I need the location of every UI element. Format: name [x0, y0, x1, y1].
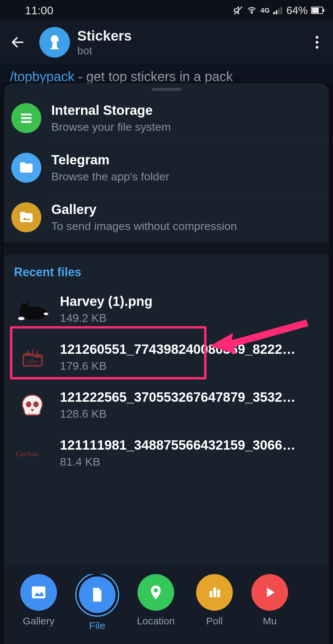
attach-file[interactable]: File: [77, 574, 117, 631]
file-size: 149.2 KB: [60, 312, 319, 324]
svg-rect-12: [21, 113, 32, 115]
svg-marker-35: [99, 588, 101, 590]
source-internal-storage[interactable]: Internal Storage Browse your file system: [4, 94, 329, 143]
poll-icon: [196, 574, 233, 611]
file-thumbnail: [14, 392, 51, 418]
battery-icon: [311, 7, 323, 14]
battery-percent: 64%: [286, 4, 308, 17]
attach-label: Location: [137, 615, 174, 627]
svg-rect-4: [278, 9, 280, 14]
svg-point-11: [316, 46, 319, 49]
svg-point-20: [18, 317, 25, 320]
attach-gallery[interactable]: Gallery: [19, 574, 59, 627]
file-name: 121260551_774398240080369_8222…: [60, 342, 319, 357]
source-gallery[interactable]: Gallery To send images without compressi…: [4, 193, 329, 242]
active-ring: [77, 574, 118, 615]
attach-label: File: [89, 620, 105, 631]
file-thumbnail: Get boo: [14, 440, 51, 466]
svg-point-7: [51, 35, 58, 43]
svg-point-27: [26, 401, 31, 407]
svg-marker-18: [21, 302, 25, 306]
status-bar: 11:00 4G 64%: [0, 0, 333, 21]
storage-icon: [11, 103, 41, 133]
svg-point-28: [33, 401, 39, 407]
svg-point-17: [20, 305, 29, 314]
attach-poll[interactable]: Poll: [194, 574, 234, 627]
file-size: 81.4 KB: [60, 455, 319, 468]
mute-icon: [233, 5, 243, 15]
chat-title[interactable]: Stickers: [77, 28, 307, 44]
svg-point-9: [316, 36, 319, 39]
chat-avatar[interactable]: [39, 27, 70, 58]
chat-subtitle: bot: [77, 45, 307, 57]
attach-type-nav: Gallery File Location: [4, 567, 329, 644]
source-title: Internal Storage: [51, 103, 322, 118]
network-type: 4G: [260, 7, 270, 14]
svg-point-21: [44, 313, 48, 315]
attach-label: Gallery: [23, 615, 54, 627]
file-name: Harvey (1).png: [60, 294, 319, 309]
svg-rect-33: [32, 586, 46, 598]
back-button[interactable]: [6, 21, 29, 64]
bot-command-link[interactable]: /topbypack: [10, 69, 74, 83]
file-thumbnail: [14, 296, 51, 322]
svg-rect-39: [217, 590, 220, 597]
drag-handle[interactable]: [152, 88, 181, 91]
file-size: 128.6 KB: [60, 407, 319, 420]
source-telegram[interactable]: Telegram Browse the app's folder: [4, 143, 329, 192]
gallery-icon: [20, 574, 57, 611]
svg-point-36: [154, 588, 158, 593]
file-thumbnail: cake: [14, 344, 51, 370]
svg-marker-40: [267, 587, 275, 597]
file-row[interactable]: 121222565_370553267647879_3532… 128.6 KB: [4, 381, 329, 429]
recent-files-header: Recent files: [4, 255, 329, 285]
svg-rect-38: [213, 587, 216, 597]
location-icon: [138, 574, 174, 611]
signal-icon: [273, 6, 283, 14]
more-options-button[interactable]: [307, 35, 327, 50]
svg-rect-13: [21, 117, 32, 119]
file-name: 121222565_370553267647879_3532…: [60, 390, 319, 405]
folder-icon: [11, 153, 41, 183]
status-right: 4G 64%: [233, 4, 323, 17]
attach-label: Mu: [263, 615, 277, 627]
attach-location[interactable]: Location: [136, 574, 176, 627]
attach-sheet: Internal Storage Browse your file system…: [4, 83, 329, 644]
file-row[interactable]: Get boo 121111981_348875566432159_3066… …: [4, 429, 329, 477]
file-size: 179.6 KB: [60, 359, 319, 372]
image-folder-icon: [11, 202, 41, 232]
svg-rect-2: [273, 12, 275, 14]
status-time: 11:00: [25, 4, 53, 17]
svg-point-10: [316, 41, 319, 44]
file-row[interactable]: cake 121260551_774398240080369_8222… 179…: [4, 333, 329, 381]
music-icon: [251, 574, 288, 611]
wifi-icon: [246, 5, 257, 15]
svg-marker-19: [25, 301, 29, 306]
svg-rect-8: [52, 45, 57, 47]
source-subtitle: Browse the app's folder: [51, 170, 322, 183]
attach-label: Poll: [206, 615, 223, 627]
file-icon: [79, 576, 116, 613]
source-subtitle: Browse your file system: [51, 120, 322, 133]
svg-rect-37: [209, 591, 212, 597]
source-subtitle: To send images without compression: [51, 220, 322, 233]
file-name: 121111981_348875566432159_3066…: [60, 438, 319, 453]
svg-point-1: [251, 12, 252, 13]
bot-command-desc: - get top stickers in a pack: [74, 69, 233, 83]
svg-rect-14: [21, 121, 32, 123]
svg-text:cake: cake: [27, 358, 38, 364]
svg-text:Get boo: Get boo: [16, 450, 39, 458]
source-title: Telegram: [51, 152, 322, 167]
attach-music[interactable]: Mu: [253, 574, 280, 627]
svg-rect-3: [276, 10, 277, 14]
chat-header: Stickers bot: [0, 21, 333, 64]
source-title: Gallery: [51, 202, 322, 217]
message-preview: /topbypack - get top stickers in a pack: [0, 64, 333, 83]
file-row[interactable]: Harvey (1).png 149.2 KB: [4, 285, 329, 333]
svg-rect-5: [280, 7, 282, 14]
